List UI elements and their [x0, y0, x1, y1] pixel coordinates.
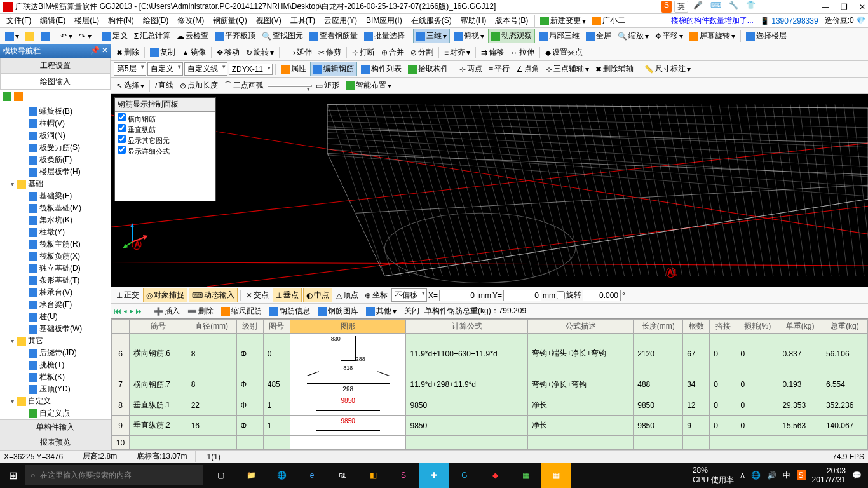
batch-select-button[interactable]: 批量选择	[362, 29, 407, 43]
menu-help[interactable]: 帮助(H)	[457, 14, 491, 27]
tree-node[interactable]: 筏板负筋(X)	[1, 250, 109, 262]
local3d-button[interactable]: 局部三维	[536, 29, 582, 43]
select-floor-button[interactable]: 选择楼层	[743, 29, 789, 43]
move-button[interactable]: ✥ 移动	[214, 46, 242, 59]
close-button[interactable]: ✕	[859, 3, 865, 11]
orbit-button[interactable]: 动态观察	[488, 29, 535, 43]
tray-vol-icon[interactable]: 🔊	[767, 471, 776, 480]
open-icon[interactable]	[23, 30, 37, 42]
task-app1-icon[interactable]: ◧	[358, 463, 388, 488]
grid-scale[interactable]: 缩尺配筋	[219, 304, 264, 318]
new-icon[interactable]: ▾	[3, 30, 22, 42]
tree-node[interactable]: 螺旋板(B)	[1, 105, 109, 118]
menu-file[interactable]: 文件(F)	[3, 14, 35, 27]
tray-notif-icon[interactable]: 💬	[852, 471, 862, 480]
save-icon[interactable]	[38, 30, 52, 42]
undo-icon[interactable]: ↶ ▾	[58, 30, 75, 42]
snap-intersect[interactable]: ✕ 交点	[243, 288, 271, 302]
tree-node[interactable]: 后浇带(JD)	[1, 347, 109, 359]
task-app4-icon[interactable]: G	[450, 463, 479, 488]
col-header[interactable]	[112, 320, 130, 334]
tree-node[interactable]: 栏板(K)	[1, 371, 109, 383]
snap-coord[interactable]: ⊕ 坐标	[362, 288, 390, 302]
tree-node[interactable]: 楼层板带(H)	[1, 166, 109, 178]
tree-node[interactable]: ▾自定义	[1, 395, 109, 407]
tree-node[interactable]: 自定义点	[1, 407, 109, 419]
menu-floor[interactable]: 楼层(L)	[71, 14, 103, 27]
rebar-display-panel[interactable]: 钢筋显示控制面板 横向钢筋 垂直纵筋 显示其它图元 显示详细公式	[114, 97, 216, 201]
redo-icon[interactable]: ↷ ▾	[76, 30, 93, 42]
credits[interactable]: 造价豆:0 💎	[825, 15, 865, 26]
cloudcheck-button[interactable]: ☁ 云检查	[174, 29, 211, 43]
twopoint-button[interactable]: ⊹ 两点	[457, 62, 485, 76]
windows-taskbar[interactable]: ⊞ ○ 在这里输入你要搜索的内容 ▢ 📁 🌐 e 🛍 ◧ S ✚ G ◆ ▦ ▦…	[0, 463, 868, 488]
task-store-icon[interactable]: 🛍	[328, 463, 357, 488]
task-edge-icon[interactable]: e	[297, 463, 327, 488]
arc-tool[interactable]: ⌒ 三点画弧	[222, 79, 266, 92]
trim-button[interactable]: ✂ 修剪	[316, 46, 344, 59]
new-change-button[interactable]: 新建变更 ▾	[538, 14, 588, 27]
tab-project-settings[interactable]: 工程设置	[0, 58, 111, 74]
tree-node[interactable]: 桩承台(V)	[1, 287, 109, 299]
menu-version[interactable]: 版本号(B)	[491, 14, 532, 27]
task-folder-icon[interactable]: 📁	[236, 463, 266, 488]
merge-button[interactable]: ⊕ 合并	[379, 46, 407, 59]
menu-edit[interactable]: 编辑(E)	[36, 14, 69, 27]
dimension-button[interactable]: 📏 尺寸标注 ▾	[642, 62, 693, 76]
phone-link[interactable]: 📱 13907298339	[760, 17, 818, 25]
grid-delete[interactable]: ➖ 删除	[185, 304, 216, 318]
col-header[interactable]: 筋号	[130, 320, 187, 334]
tree-node[interactable]: 柱墩(Y)	[1, 226, 109, 238]
pan-button[interactable]: ✥ 平移 ▾	[653, 29, 686, 43]
subcat-select[interactable]: 自定义线	[184, 62, 227, 76]
col-header[interactable]: 图号	[263, 320, 290, 334]
start-button[interactable]: ⊞	[0, 470, 25, 482]
tree-node[interactable]: 压顶(YD)	[1, 383, 109, 395]
tree-node[interactable]: 柱帽(V)	[1, 118, 109, 130]
extend-button[interactable]: ⟶ 延伸	[282, 46, 315, 59]
grip-button[interactable]: ◆ 设置夹点	[543, 46, 585, 59]
define-button[interactable]: 定义	[100, 29, 130, 43]
menu-online[interactable]: 在线服务(S)	[407, 14, 456, 27]
tray-lang[interactable]: 中	[783, 470, 790, 481]
split-button[interactable]: ⊘ 分割	[408, 46, 436, 59]
menu-cloud[interactable]: 云应用(Y)	[320, 14, 361, 27]
task-app3-icon[interactable]: ✚	[419, 463, 449, 488]
rebar-table[interactable]: 筋号直径(mm)级别图号图形计算公式公式描述长度(mm)根数搭接损耗(%)单重(…	[111, 319, 868, 450]
find-button[interactable]: 🔍 查找图元	[259, 29, 306, 43]
tree-node[interactable]: ▾基础	[1, 178, 109, 190]
tree-node[interactable]: 板受力筋(S)	[1, 142, 109, 154]
delete-button[interactable]: ✖ 删除	[114, 46, 142, 59]
notice-link[interactable]: 楼梯的构件数量增加了...	[671, 15, 754, 26]
task-app2-icon[interactable]: S	[389, 463, 418, 488]
ortho-toggle[interactable]: ⊥ 正交	[114, 288, 142, 302]
col-header[interactable]: 直径(mm)	[187, 320, 236, 334]
snap-vertex[interactable]: △ 顶点	[334, 288, 361, 302]
offset-mode[interactable]: 不偏移	[391, 288, 427, 302]
rotate-input[interactable]	[583, 290, 621, 301]
minimize-button[interactable]: —	[822, 3, 829, 11]
tray-up-icon[interactable]: ʌ	[740, 471, 745, 480]
menu-bim[interactable]: BIM应用(I)	[362, 14, 406, 27]
select-tool[interactable]: ↖ 选择 ▾	[114, 79, 147, 92]
tree-node[interactable]: ▾其它	[1, 335, 109, 347]
ime-lang[interactable]: 英	[674, 1, 688, 13]
grid-close[interactable]: 关闭	[402, 304, 422, 318]
menu-view[interactable]: 视图(V)	[252, 14, 285, 27]
maximize-button[interactable]: ❐	[841, 3, 848, 11]
menu-rebar[interactable]: 钢筋量(Q)	[209, 14, 250, 27]
tree-node[interactable]: 板洞(N)	[1, 130, 109, 142]
dyninput-toggle[interactable]: ⌨ 动态输入	[189, 288, 238, 302]
table-row[interactable]: 9垂直纵筋.216Φ198509850净长985090015.563140.06…	[112, 416, 868, 436]
col-header[interactable]: 计算公式	[406, 320, 528, 334]
delete-aux-button[interactable]: ✖ 删除辅轴	[593, 62, 636, 76]
table-row[interactable]: 8垂直纵筋.122Φ198509850净长9850120029.353352.2…	[112, 395, 868, 416]
tree-node[interactable]: 条形基础(T)	[1, 274, 109, 287]
nav-icon[interactable]	[14, 92, 23, 101]
rect-tool[interactable]: ▭ 矩形	[313, 79, 342, 92]
edit-rebar-button[interactable]: 编辑钢筋	[310, 62, 357, 76]
task-chrome-icon[interactable]: 🌐	[267, 463, 296, 488]
col-header[interactable]: 损耗(%)	[736, 320, 778, 334]
tree-node[interactable]: 承台梁(F)	[1, 299, 109, 311]
tree-node[interactable]: 挑檐(T)	[1, 359, 109, 371]
